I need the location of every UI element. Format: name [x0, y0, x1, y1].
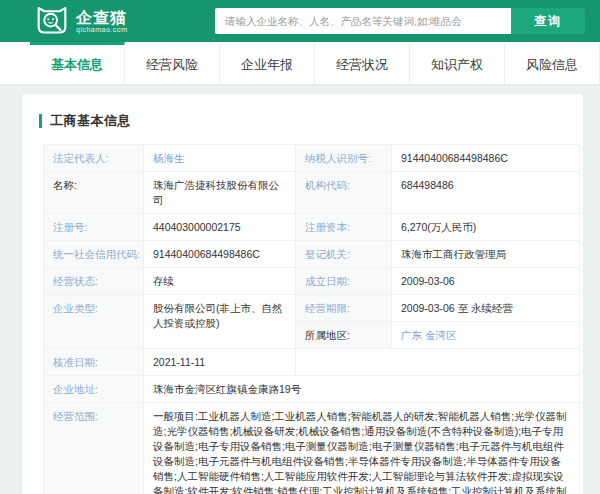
- region-link[interactable]: 广东 金湾区: [401, 329, 456, 341]
- field-label-approval-date: 核准日期:: [44, 349, 144, 376]
- field-label-reg-authority: 登记机关:: [296, 241, 392, 268]
- cat-magnifier-logo-icon: [34, 5, 70, 37]
- field-value-company-type: 股份有限公司(非上市、自然人投资或控股): [144, 295, 296, 349]
- field-value-approval-date: 2021-11-11: [144, 349, 296, 376]
- search-button[interactable]: 查询: [511, 8, 585, 34]
- field-label-business-scope: 经营范围:: [44, 403, 144, 494]
- page-body: 工商基本信息 法定代表人: 杨海生 纳税人识别号: 91440400684498…: [0, 85, 600, 494]
- field-value-reg-no: 440403000002175: [144, 214, 296, 241]
- tab-bar: 基本信息 经营风险 企业年报 经营状况 知识产权 风险信息: [0, 42, 600, 85]
- logo-text: 企查猫 qichamao.com: [76, 9, 128, 34]
- title-accent-bar: [39, 114, 42, 128]
- field-label-address: 企业地址:: [44, 376, 144, 403]
- field-label-est-date: 成立日期:: [296, 268, 392, 295]
- field-value-credit-code: 91440400684498486C: [144, 241, 296, 268]
- field-value-business-scope: 一般项目:工业机器人制造;工业机器人销售;智能机器人的研发;智能机器人销售;光学…: [144, 403, 580, 494]
- tab-risk-info[interactable]: 风险信息: [505, 42, 600, 84]
- field-label-region: 所属地区:: [296, 322, 392, 349]
- field-label-taxpayer-id: 纳税人识别号:: [296, 145, 392, 172]
- content-card: 工商基本信息 法定代表人: 杨海生 纳税人识别号: 91440400684498…: [21, 93, 584, 494]
- field-label-reg-capital: 注册资本:: [296, 214, 392, 241]
- field-value-name: 珠海广浩捷科技股份有限公司: [144, 172, 296, 214]
- tab-intellectual-property[interactable]: 知识产权: [410, 42, 505, 84]
- field-value-reg-capital: 6,270(万人民币): [392, 214, 580, 241]
- field-value-taxpayer-id: 91440400684498486C: [392, 145, 580, 172]
- field-value-term: 2009-03-06 至 永续经营: [392, 295, 580, 322]
- logo-domain: qichamao.com: [76, 26, 128, 34]
- tab-operation-status[interactable]: 经营状况: [315, 42, 410, 84]
- logo-title: 企查猫: [76, 9, 128, 26]
- field-label-org-code: 机构代码:: [296, 172, 392, 214]
- field-label-legal-rep: 法定代表人:: [44, 145, 144, 172]
- company-info-table: 法定代表人: 杨海生 纳税人识别号: 91440400684498486C 名称…: [43, 144, 579, 494]
- tab-operation-risk[interactable]: 经营风险: [125, 42, 220, 84]
- section-title: 工商基本信息: [50, 112, 131, 130]
- field-value-org-code: 684498486: [392, 172, 580, 214]
- field-label-reg-no: 注册号:: [44, 214, 144, 241]
- logo[interactable]: 企查猫 qichamao.com: [34, 5, 128, 37]
- field-label-name: 名称:: [44, 172, 144, 214]
- tab-annual-report[interactable]: 企业年报: [220, 42, 315, 84]
- field-value-region: 广东 金湾区: [392, 322, 580, 349]
- field-label-term: 经营期限:: [296, 295, 392, 322]
- search-bar: 查询: [215, 8, 585, 34]
- field-label-credit-code: 统一社会信用代码:: [44, 241, 144, 268]
- field-value-status: 存续: [144, 268, 296, 295]
- app-header: 企查猫 qichamao.com 查询: [0, 0, 600, 42]
- field-value-legal-rep: 杨海生: [144, 145, 296, 172]
- field-value-address: 珠海市金湾区红旗镇金康路19号: [144, 376, 580, 403]
- search-input[interactable]: [215, 8, 511, 34]
- field-label-status: 经营状态:: [44, 268, 144, 295]
- empty-cell: [296, 349, 580, 376]
- section-header: 工商基本信息: [39, 112, 566, 130]
- field-value-reg-authority: 珠海市工商行政管理局: [392, 241, 580, 268]
- field-label-company-type: 企业类型:: [44, 295, 144, 349]
- field-value-est-date: 2009-03-06: [392, 268, 580, 295]
- tab-basic-info[interactable]: 基本信息: [30, 42, 125, 84]
- legal-rep-link[interactable]: 杨海生: [153, 152, 185, 164]
